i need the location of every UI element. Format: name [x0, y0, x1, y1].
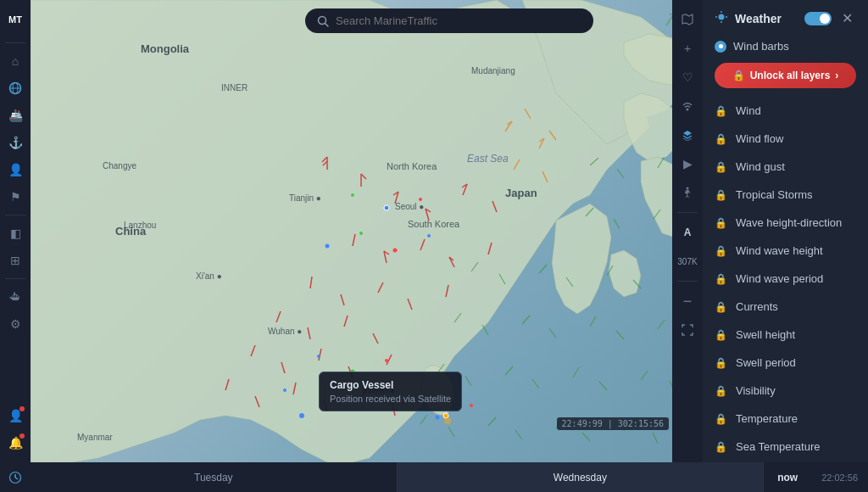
weather-icon — [715, 10, 728, 26]
svg-line-33 — [614, 219, 620, 229]
unlock-all-layers-button[interactable]: 🔒 Unlock all layers › — [715, 63, 856, 88]
left-sidebar: MT ⌂ 🚢 ⚓ 👤 ⚑ ◧ ⊞ ⛴ ⚙ 👤 🔔 — [0, 0, 31, 462]
sidebar-vessel[interactable]: 🚢 — [3, 103, 28, 128]
svg-line-57 — [590, 316, 596, 327]
timeline-wednesday[interactable]: Wednesday — [398, 462, 765, 492]
sidebar-home[interactable]: ⌂ — [3, 48, 28, 74]
layer-label: Sea Temperature — [736, 440, 821, 453]
sidebar-grid[interactable]: ⊞ — [3, 248, 28, 273]
layer-label: Tropical Storms — [736, 188, 813, 201]
svg-point-144 — [470, 404, 473, 407]
svg-point-150 — [384, 205, 389, 210]
layer-item-visibility[interactable]: 🔒 Visibility — [703, 377, 868, 405]
svg-line-159 — [326, 23, 329, 26]
layer-label: Currents — [736, 300, 778, 313]
svg-point-148 — [427, 234, 431, 238]
weather-toggle[interactable] — [804, 12, 832, 25]
svg-line-72 — [641, 371, 648, 380]
wind-barbs-radio[interactable] — [715, 41, 726, 53]
svg-point-165 — [719, 14, 725, 20]
search-icon — [317, 15, 329, 27]
sidebar-divider-2 — [5, 215, 25, 215]
right-fullscreen-icon[interactable] — [675, 317, 700, 343]
svg-line-43 — [539, 265, 547, 273]
sidebar-divider-3 — [5, 278, 25, 279]
layer-item-wave-height-direction[interactable]: 🔒 Wave height-direction — [703, 209, 868, 237]
layer-item-swell-height[interactable]: 🔒 Swell height — [703, 321, 868, 349]
sidebar-ferry[interactable]: ⛴ — [3, 284, 28, 310]
layer-label: Swell height — [736, 328, 795, 341]
layer-item-swell-period[interactable]: 🔒 Swell period — [703, 349, 868, 377]
svg-point-149 — [351, 193, 354, 197]
sidebar-anchor[interactable]: ⚓ — [3, 130, 28, 155]
layer-item-temperature[interactable]: 🔒 Temperature — [703, 405, 868, 433]
close-button[interactable]: ✕ — [838, 10, 856, 26]
search-bar[interactable] — [305, 8, 593, 33]
right-plus-icon[interactable]: + — [675, 36, 700, 61]
svg-line-69 — [532, 379, 539, 389]
right-heart-icon[interactable]: ♡ — [675, 64, 700, 90]
svg-point-151 — [419, 198, 422, 201]
wind-barbs-row[interactable]: Wind barbs — [703, 35, 868, 59]
timeline-bar: Tuesday Wednesday now 22:02:56 — [0, 462, 868, 492]
sidebar-layers[interactable]: ◧ — [3, 221, 28, 246]
right-play-icon[interactable]: ▶ — [675, 151, 700, 176]
right-wifi-icon[interactable] — [675, 93, 700, 119]
sidebar-flag[interactable]: ⚑ — [3, 184, 28, 210]
coord-display: 22:49:99 | 302:15:56 — [557, 417, 669, 430]
layer-item-wind[interactable]: 🔒 Wind — [703, 97, 868, 125]
search-input[interactable] — [336, 14, 581, 27]
layer-item-currents[interactable]: 🔒 Currents — [703, 293, 868, 321]
layer-label: Wind gust — [736, 160, 785, 173]
weather-panel: Weather ✕ Wind barbs 🔒 Unlock all layers… — [703, 0, 868, 462]
layer-item-wind-wave-period[interactable]: 🔒 Wind wave period — [703, 265, 868, 293]
sidebar-alert[interactable]: 👤 — [3, 403, 28, 428]
layer-lock-icon: 🔒 — [715, 105, 727, 117]
layer-item-sea-temperature[interactable]: 🔒 Sea Temperature — [703, 433, 868, 461]
svg-point-163 — [687, 109, 689, 111]
app-logo[interactable]: MT — [3, 7, 28, 32]
layer-lock-icon: 🔒 — [715, 301, 727, 313]
layer-label: Wind wave height — [736, 244, 823, 257]
svg-point-154 — [385, 359, 388, 362]
sidebar-tools[interactable]: ⚙ — [3, 311, 28, 337]
layer-lock-icon: 🔒 — [715, 357, 727, 369]
layer-lock-icon: 🔒 — [715, 329, 727, 341]
layer-lock-icon: 🔒 — [715, 161, 727, 173]
panel-header: Weather ✕ — [703, 0, 868, 35]
layer-lock-icon: 🔒 — [715, 273, 727, 285]
layer-label: Wind — [736, 104, 761, 117]
svg-line-59 — [658, 320, 665, 329]
svg-line-78 — [420, 415, 427, 424]
layer-lock-icon: 🔒 — [715, 245, 727, 257]
right-text-icon[interactable]: A — [675, 220, 700, 245]
sidebar-notification[interactable]: 🔔 — [3, 430, 28, 456]
right-layers-icon[interactable] — [675, 122, 700, 148]
right-minus-icon[interactable]: − — [675, 288, 700, 314]
layer-item-wind-flow[interactable]: 🔒 Wind flow — [703, 125, 868, 153]
layer-item-tropical-storms[interactable]: 🔒 Tropical Storms — [703, 181, 868, 209]
timeline-current-time: 22:02:56 — [811, 472, 868, 483]
sidebar-person[interactable]: 👤 — [3, 157, 28, 182]
svg-point-152 — [317, 355, 320, 358]
timeline-tuesday[interactable]: Tuesday — [31, 462, 398, 492]
svg-line-71 — [599, 382, 607, 390]
vessel-tooltip: Cargo Vessel Position received via Satel… — [319, 372, 462, 411]
right-map-icon[interactable] — [675, 7, 700, 32]
right-divider-1 — [677, 212, 698, 213]
svg-line-58 — [616, 331, 624, 339]
layer-label: Wind wave period — [736, 272, 823, 285]
layer-label: Wind flow — [736, 132, 783, 145]
layer-label: Visibility — [736, 384, 776, 397]
unlock-button-label: Unlock all layers — [750, 70, 831, 81]
svg-line-81 — [515, 430, 522, 439]
svg-point-164 — [687, 187, 689, 190]
vessel-tooltip-subtitle: Position received via Satellite — [330, 394, 451, 404]
layer-item-wind-wave-height[interactable]: 🔒 Wind wave height — [703, 237, 868, 265]
layer-lock-icon: 🔒 — [715, 217, 727, 229]
timeline-now-label[interactable]: now — [764, 472, 811, 484]
sidebar-globe[interactable] — [3, 75, 28, 101]
right-walk-icon[interactable] — [675, 180, 700, 205]
layer-item-wind-gust[interactable]: 🔒 Wind gust — [703, 153, 868, 181]
svg-line-172 — [15, 478, 18, 479]
